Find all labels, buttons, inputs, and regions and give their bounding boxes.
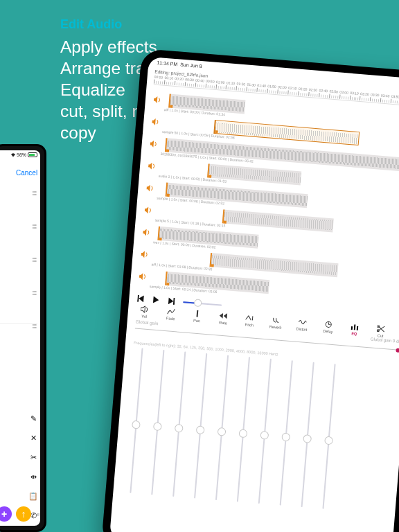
distort-icon (298, 318, 307, 327)
fx-eq[interactable]: EQ (346, 322, 363, 337)
tablet-screen: 11:14 PM Sun Jun 8 Editing: project_02fr… (109, 57, 399, 532)
fx-label: EQ (351, 331, 357, 336)
fx-distort[interactable]: Distort (293, 317, 310, 332)
split-h-icon[interactable]: ⇹ (28, 472, 38, 481)
eq-slider-group (113, 346, 399, 515)
pitch-icon (245, 314, 254, 323)
speaker-icon[interactable] (145, 206, 152, 214)
eq-band-slider[interactable] (297, 362, 319, 507)
ruler-label: 02:10 (288, 85, 297, 90)
tool-cut[interactable]: Cut (372, 324, 389, 339)
eq-band-slider[interactable] (190, 353, 211, 499)
divider (0, 323, 37, 324)
eq-band-slider[interactable] (211, 355, 233, 500)
speaker-icon[interactable] (143, 229, 150, 236)
rate-icon (219, 311, 228, 320)
fx-label: Delay (323, 329, 333, 334)
eq-icon (351, 322, 360, 331)
cancel-button[interactable]: Cancel (16, 169, 37, 177)
drag-handle-icon[interactable]: •••••• (33, 224, 36, 229)
cut-icon (377, 324, 386, 333)
phone-frame-left: 98% Cancel •••••• •••••• •••••• •••••• •… (0, 144, 46, 532)
fx-delay[interactable]: Delay (319, 319, 337, 334)
status-bar-left: 98% (11, 152, 37, 157)
wifi-icon (11, 153, 15, 157)
fx-fade[interactable]: Fade (162, 307, 179, 321)
battery-icon (28, 152, 37, 157)
ruler-label: 00:20 (175, 76, 184, 81)
volume-icon (141, 305, 150, 314)
eq-band-slider[interactable] (233, 357, 254, 502)
eq-band-slider[interactable] (147, 349, 168, 495)
track-meta: aiff | 1.0x | Start: 01:08 | Duration: 0… (151, 262, 213, 271)
settings-label[interactable]: ettings (37, 511, 40, 517)
speaker-icon[interactable] (150, 140, 157, 148)
ruler-label: 02:20 (299, 87, 308, 91)
fade-icon (167, 307, 176, 316)
ruler-label: 03:40 (381, 93, 390, 98)
fx-label: Distort (296, 327, 307, 332)
eq-band-slider[interactable] (254, 358, 276, 504)
status-time: 11:14 PM (157, 60, 177, 66)
skip-fwd-button[interactable] (168, 297, 175, 305)
fx-label: Fade (166, 316, 175, 321)
fx-rate[interactable]: Rate (215, 311, 232, 326)
track-list: aiff | 1.0x | Start: 00:00 | Duration: 0… (130, 92, 399, 312)
edit-icon[interactable]: ✎ (28, 414, 38, 423)
ruler-label: 00:40 (195, 78, 204, 82)
track-meta: sample 5 | 1.0x | Start: 01:18 | Duratio… (155, 218, 226, 227)
delay-icon (324, 320, 333, 329)
paste-icon[interactable]: 📋 (28, 491, 38, 501)
drag-handle-icon[interactable]: •••••• (33, 323, 36, 329)
ruler-label: 03:30 (371, 92, 380, 97)
left-footer: + ↑ ettings (0, 506, 40, 522)
ruler-label: 03:10 (350, 91, 359, 96)
fx-pan[interactable]: Pan (188, 309, 206, 323)
ruler-label: 00:00 (154, 75, 163, 80)
ruler-label: 01:30 (247, 82, 256, 87)
eq-band-slider[interactable] (125, 348, 147, 493)
close-icon[interactable]: ✕ (28, 433, 38, 443)
status-date: Sun Jun 8 (180, 62, 202, 69)
ruler-label: 01:20 (236, 81, 245, 86)
speaker-icon[interactable] (148, 162, 156, 170)
fx-label: Pan (193, 318, 200, 323)
fx-reverb[interactable]: Reverb (267, 315, 284, 330)
svg-rect-4 (351, 326, 353, 330)
ruler-label: 00:10 (164, 76, 173, 80)
fx-label: Reverb (269, 324, 282, 329)
speaker-icon[interactable] (139, 273, 147, 281)
add-button[interactable]: + (0, 506, 12, 522)
ruler-label: 01:40 (257, 83, 266, 88)
fx-pitch[interactable]: Pitch (241, 313, 258, 328)
ruler-label: 02:40 (319, 88, 328, 93)
drag-handle-icon[interactable]: •••••• (33, 190, 36, 196)
ruler-label: 01:50 (267, 84, 276, 89)
ruler-label: 03:20 (360, 91, 369, 96)
ruler-label: 03:50 (391, 94, 399, 99)
speaker-icon[interactable] (152, 118, 159, 126)
ruler-label: 03:00 (339, 90, 348, 95)
ruler-label: 02:50 (329, 89, 338, 94)
speaker-icon[interactable] (141, 251, 148, 258)
promo-subtitle: Edit Audio (60, 17, 122, 32)
vol-control[interactable]: Vol (136, 305, 153, 319)
skip-back-button[interactable] (137, 295, 145, 303)
eq-band-slider[interactable] (276, 360, 297, 506)
ruler-label: 02:30 (309, 87, 318, 92)
drag-handle-icon[interactable]: •••••• (33, 257, 36, 263)
fx-label: Rate (219, 320, 227, 325)
play-button[interactable] (152, 296, 160, 303)
eq-band-slider[interactable] (318, 364, 339, 509)
drag-handle-icon[interactable]: •••••• (33, 290, 36, 296)
cut-icon[interactable]: ✂ (28, 452, 38, 462)
up-button[interactable]: ↑ (16, 506, 31, 522)
svg-rect-6 (357, 326, 358, 330)
eq-band-slider[interactable] (168, 351, 190, 497)
ruler-label: 02:00 (278, 85, 287, 89)
ruler-label: 00:50 (206, 79, 215, 84)
speaker-icon[interactable] (154, 96, 161, 104)
ruler-label: 01:00 (216, 80, 225, 85)
ruler-label: 01:10 (227, 80, 236, 85)
speaker-icon[interactable] (146, 184, 154, 192)
